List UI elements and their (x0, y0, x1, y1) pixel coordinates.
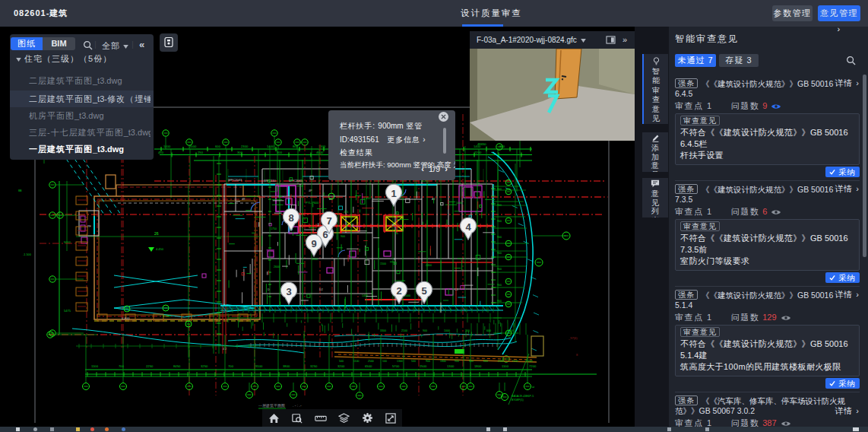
svg-text:3 180: 3 180 (163, 314, 171, 318)
svg-text:9: 9 (311, 238, 316, 249)
svg-text:3250: 3250 (310, 364, 318, 368)
svg-text:1000: 1000 (444, 329, 450, 332)
svg-text:4B: 4B (242, 198, 246, 201)
svg-text:_97(6): _97(6) (568, 336, 578, 340)
svg-text:3300: 3300 (380, 329, 386, 332)
svg-text:2500: 2500 (420, 364, 427, 368)
svg-text:2600: 2600 (274, 265, 280, 268)
svg-text:900: 900 (426, 360, 430, 363)
svg-text:8B: 8B (18, 189, 22, 192)
svg-text:1100: 1100 (502, 364, 509, 368)
svg-text:PF: PF (87, 225, 92, 228)
svg-text:2100: 2100 (401, 329, 407, 332)
svg-text:1800: 1800 (440, 360, 446, 363)
svg-text:D2: D2 (319, 288, 323, 291)
svg-text:-1.500: -1.500 (23, 253, 31, 256)
svg-text:700: 700 (228, 364, 234, 368)
svg-text:900: 900 (497, 284, 502, 287)
svg-text:250: 250 (198, 151, 204, 154)
svg-text:600: 600 (486, 329, 491, 332)
svg-text:2250: 2250 (146, 364, 154, 368)
svg-text:9100: 9100 (255, 364, 263, 368)
svg-text:2500: 2500 (368, 360, 374, 363)
svg-text:5: 5 (421, 285, 426, 297)
svg-text:1300: 1300 (318, 145, 326, 148)
svg-text:3250: 3250 (201, 364, 208, 368)
svg-text:. - : .-: . - : .- (293, 403, 302, 408)
svg-text:JT1: JT1 (344, 211, 348, 214)
svg-text:500: 500 (411, 360, 416, 363)
svg-text:1100: 1100 (512, 360, 518, 363)
svg-text:4.450: 4.450 (156, 247, 164, 251)
svg-text:B2: B2 (392, 224, 396, 227)
svg-text:450: 450 (158, 151, 164, 154)
svg-text:900: 900 (469, 360, 474, 363)
svg-text:2200: 2200 (474, 151, 482, 154)
svg-text:1800: 1800 (474, 364, 482, 368)
svg-text:1800: 1800 (312, 258, 318, 261)
svg-text:900: 900 (497, 300, 502, 303)
svg-text:1100: 1100 (91, 364, 99, 368)
svg-text:2: 2 (396, 285, 401, 297)
svg-text:7: 7 (326, 215, 331, 227)
svg-text:1300: 1300 (447, 364, 455, 368)
svg-text:1750: 1750 (271, 227, 277, 230)
svg-text:4 J: 4 J (223, 348, 227, 351)
svg-text:900: 900 (497, 188, 502, 191)
svg-text:900: 900 (423, 329, 427, 332)
svg-text:700: 700 (119, 364, 125, 368)
svg-text:WPC2043: WPC2043 (228, 178, 242, 182)
svg-text:900: 900 (341, 235, 345, 238)
svg-text:C1: C1 (455, 288, 458, 291)
svg-text:1300: 1300 (397, 360, 403, 363)
svg-text:8450: 8450 (173, 364, 181, 368)
svg-text:900: 900 (497, 236, 502, 239)
svg-text:1400: 1400 (362, 294, 368, 297)
svg-text:6.400: 6.400 (122, 316, 130, 320)
svg-text:1000: 1000 (456, 202, 462, 205)
svg-text:2400: 2400 (426, 264, 432, 267)
svg-text:D: D (268, 288, 270, 291)
svg-text:26: 26 (154, 231, 159, 236)
svg-text:1500: 1500 (380, 262, 386, 265)
svg-text:5475: 5475 (64, 309, 71, 313)
svg-text:4: 4 (465, 221, 471, 233)
svg-text:900: 900 (497, 220, 502, 223)
svg-text:800: 800 (483, 360, 488, 363)
svg-text:3: 3 (286, 286, 291, 297)
svg-text:2300: 2300 (241, 145, 249, 148)
svg-text:1300: 1300 (508, 329, 514, 332)
svg-text:1400: 1400 (267, 145, 274, 148)
svg-text:at: at (532, 386, 534, 389)
svg-text:一层建筑平面图: 一层建筑平面图 (258, 403, 285, 408)
svg-text:8: 8 (288, 212, 293, 224)
svg-text:600: 600 (215, 145, 221, 148)
svg-text:1400: 1400 (163, 145, 171, 148)
svg-text:4P: 4P (309, 189, 312, 192)
svg-text:3200: 3200 (337, 364, 345, 368)
svg-text:6500: 6500 (365, 364, 372, 368)
svg-text:BY08P(5): BY08P(5) (512, 399, 524, 402)
svg-text:300: 300 (237, 151, 243, 154)
svg-text:900: 900 (497, 268, 502, 271)
svg-text:1100: 1100 (353, 360, 360, 363)
svg-text:PYL-P600: PYL-P600 (306, 202, 318, 205)
svg-text:100: 100 (382, 360, 387, 363)
svg-text:BA5A/J9-43E6P-5: BA5A/J9-43E6P-5 (512, 395, 534, 398)
svg-text:7200: 7200 (527, 360, 533, 363)
svg-text:5700: 5700 (392, 364, 400, 368)
svg-text:3800: 3800 (283, 364, 290, 368)
svg-text:1: 1 (391, 188, 396, 199)
svg-text:7200: 7200 (529, 364, 537, 368)
svg-text:2300: 2300 (498, 360, 504, 363)
svg-text:900: 900 (455, 360, 459, 363)
svg-text:900: 900 (497, 252, 502, 255)
svg-text:500: 500 (339, 360, 344, 363)
